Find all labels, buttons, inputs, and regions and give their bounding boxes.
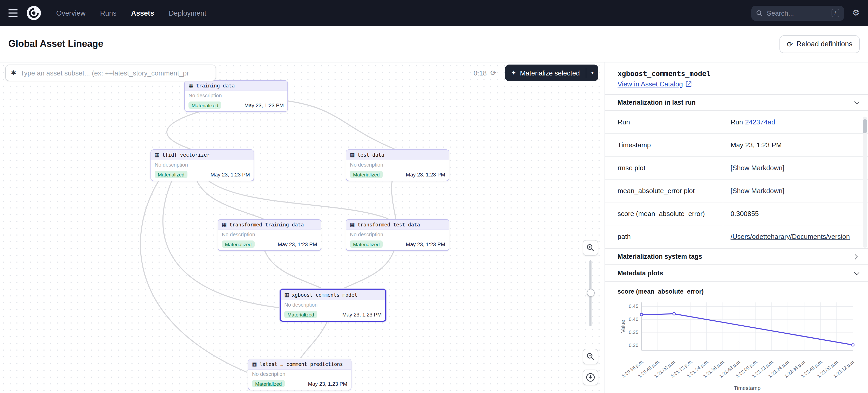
zoom-in-button[interactable] [583,240,598,256]
show-markdown-link[interactable]: [Show Markdown] [731,187,784,195]
materialization-time: May 23, 1:23 PM [406,241,445,247]
run-id-link[interactable]: 242374ad [745,118,775,126]
svg-text:0.45: 0.45 [629,303,639,309]
refresh-icon: ⟳ [787,40,793,47]
materialization-time: May 23, 1:23 PM [342,312,382,317]
show-markdown-link[interactable]: [Show Markdown] [731,164,784,172]
sidebar-scrollbar-thumb[interactable] [863,119,867,133]
path-link[interactable]: /Users/odetteharary/Documents/version [731,233,850,240]
materialized-badge: Materialized [155,171,187,178]
section-materialization-last-run[interactable]: Materialization in last run [605,94,868,111]
section-label: Metadata plots [618,269,663,277]
sidebar-scrollbar[interactable] [863,117,867,248]
asset-node-name: training_data [196,83,235,89]
asset-node-name: test_data [358,152,384,158]
table-row: rmse plot [Show Markdown] [605,157,868,179]
row-value: 0.300855 [723,202,868,225]
asset-node-footer: Materialized May 23, 1:23 PM [346,170,449,181]
chart-x-labels: 1:20:36 p.m.1:20:48 p.m.1:21:00 p.m.1:21… [618,359,856,385]
section-label: Materialization in last run [618,99,696,106]
asset-node-training-data[interactable]: ▦ training_data No description Materiali… [184,80,288,112]
asset-node-description: No description [346,160,449,170]
asset-node-tfidf-vectorizer[interactable]: ▦ tfidf_vectorizer No description Materi… [151,150,254,181]
recenter-button[interactable] [583,369,598,385]
nav-item-overview[interactable]: Overview [56,9,86,17]
metric-chart: 0.450.400.350.30Value 1:20:36 p.m.1:20:4… [618,298,856,391]
view-in-asset-catalog-link[interactable]: View in Asset Catalog [618,80,691,88]
section-label: Materialization system tags [618,253,702,260]
zoom-slider[interactable] [589,260,591,326]
hamburger-menu-icon[interactable] [8,9,18,17]
asset-node-test-data[interactable]: ▦ test_data No description Materialized … [346,150,450,181]
materialization-time: May 23, 1:23 PM [406,171,445,177]
table-icon: ▦ [284,292,289,297]
asset-node-transformed-training-data[interactable]: ▦ transformed_training_data No descripti… [218,219,321,251]
chevron-down-icon [854,270,860,275]
asset-node-header: ▦ transformed_training_data [218,220,321,230]
svg-text:0.35: 0.35 [629,329,639,335]
lineage-graph-canvas[interactable]: ✱ 0:18 ⟳ ✦ Materialize selected ▾ [0,62,604,393]
dagster-logo[interactable] [26,5,42,21]
asset-node-header: ▦ tfidf_vectorizer [151,150,254,160]
asset-node-description: No description [151,160,254,170]
refresh-timer-value: 0:18 [473,69,487,77]
asset-node-footer: Materialized May 23, 1:23 PM [346,239,449,250]
graph-toolbar: ✱ 0:18 ⟳ ✦ Materialize selected ▾ [5,65,598,81]
materialize-main[interactable]: ✦ Materialize selected [505,65,586,81]
asset-node-transformed-test-data[interactable]: ▦ transformed_test_data No description M… [346,219,450,251]
asset-node-header: ▦ transformed_test_data [346,220,449,230]
global-search[interactable]: / [751,5,844,21]
settings-gear-icon[interactable]: ⚙ [852,9,860,17]
materialized-badge: Materialized [350,240,383,248]
nav-item-runs[interactable]: Runs [100,9,117,17]
materialized-badge: Materialized [284,311,317,318]
asset-node-xgboost-comments-model[interactable]: ▦ xgboost_comments_model No description … [280,289,386,322]
asset-filter-input[interactable] [20,69,210,77]
table-icon: ▦ [252,361,257,367]
chevron-down-icon [854,99,860,104]
materialize-selected-button[interactable]: ✦ Materialize selected ▾ [505,65,598,81]
search-icon [756,10,763,17]
row-label: rmse plot [605,157,723,179]
asset-filter-box[interactable]: ✱ [5,65,216,81]
asset-node-description: No description [218,230,321,239]
asset-node-header: ▦ test_data [346,150,449,160]
table-icon: ▦ [222,222,227,227]
asset-node-name: transformed_training_data [229,222,304,227]
nav-item-assets[interactable]: Assets [131,9,154,17]
table-icon: ▦ [350,222,355,227]
reload-definitions-button[interactable]: ⟳ Reload definitions [779,35,860,53]
metric-plot-title: score (mean_absolute_error) [618,288,856,295]
materialize-dropdown-caret[interactable]: ▾ [587,65,598,81]
row-value: /Users/odetteharary/Documents/version [723,225,868,248]
materialization-time: May 23, 1:23 PM [245,102,284,108]
section-materialization-system-tags[interactable]: Materialization system tags [605,248,868,265]
row-label: Run [605,111,723,133]
zoom-slider-handle[interactable] [587,289,594,297]
refresh-timer: 0:18 ⟳ [473,69,496,77]
search-input[interactable] [767,9,827,17]
asset-node-name: transformed_test_data [358,222,420,227]
table-row: Run Run 242374ad [605,111,868,134]
sidebar-head: xgboost_comments_model View in Asset Cat… [605,62,868,94]
asset-node-name: latest_…_comment_predictions [259,361,343,367]
zoom-out-button[interactable] [583,349,598,364]
materialization-time: May 23, 1:23 PM [308,381,347,387]
content-area: ✱ 0:18 ⟳ ✦ Materialize selected ▾ [0,62,868,393]
timer-refresh-icon[interactable]: ⟳ [491,69,496,77]
catalog-link-label: View in Asset Catalog [618,80,683,88]
selected-asset-name: xgboost_comments_model [618,69,856,77]
table-row: mean_absolute_error plot [Show Markdown] [605,179,868,202]
asset-node-latest-comment-predictions[interactable]: ▦ latest_…_comment_predictions No descri… [248,359,351,390]
materialize-sparkle-icon: ✦ [511,69,516,76]
asset-node-header: ▦ latest_…_comment_predictions [248,359,351,369]
reload-definitions-label: Reload definitions [797,40,852,48]
section-metadata-plots[interactable]: Metadata plots [605,265,868,282]
app-window: Overview Runs Assets Deployment / ⚙ Glob… [0,0,868,393]
table-row: path /Users/odetteharary/Documents/versi… [605,225,868,248]
row-value: [Show Markdown] [723,179,868,202]
zoom-out-icon [586,352,595,361]
chevron-right-icon [852,254,858,259]
nav-item-deployment[interactable]: Deployment [169,9,206,17]
row-value: May 23, 1:23 PM [723,134,868,156]
